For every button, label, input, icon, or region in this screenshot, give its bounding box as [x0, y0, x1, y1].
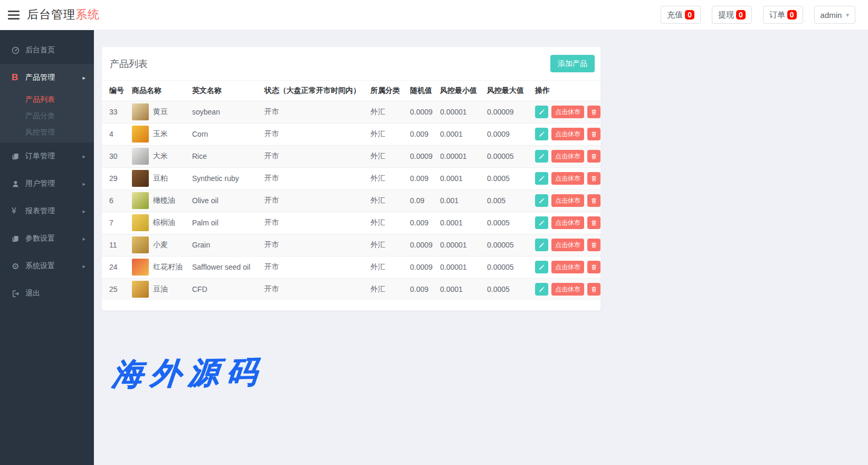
user-menu-button[interactable]: admin▾	[814, 6, 855, 24]
cell-category: 外汇	[363, 278, 403, 300]
delete-button[interactable]	[587, 194, 600, 207]
sidebar-item-products[interactable]: B产品管理▸	[0, 64, 94, 91]
cell-status: 开市	[257, 234, 363, 256]
cell-random: 0.0009	[403, 145, 433, 167]
cell-category: 外汇	[363, 234, 403, 256]
cell-risk-max: 0.0009	[480, 123, 528, 145]
product-image	[132, 103, 149, 120]
table-row: 6橄榄油Olive oil开市外汇0.090.0010.005点击休市	[102, 189, 600, 212]
sidebar: 后台首页B产品管理▸产品列表产品分类风控管理订单管理▸用户管理▸¥报表管理▸参数…	[0, 30, 94, 465]
sidebar-item-label: 后台首页	[25, 45, 85, 55]
cell-id: 25	[102, 278, 125, 300]
suspend-market-button[interactable]: 点击休市	[551, 150, 584, 163]
cell-risk-min: 0.0001	[433, 167, 480, 189]
sidebar-item-label: 产品管理	[25, 73, 82, 82]
suspend-market-button[interactable]: 点击休市	[551, 239, 584, 251]
edit-button[interactable]	[535, 283, 548, 296]
column-header: 商品名称	[125, 81, 185, 101]
delete-button[interactable]	[587, 261, 600, 273]
delete-button[interactable]	[587, 172, 600, 185]
cell-category: 外汇	[363, 167, 403, 189]
cell-risk-min: 0.0001	[433, 278, 480, 300]
cell-random: 0.009	[403, 123, 433, 145]
main-content: 产品列表 添加产品 编号商品名称英文名称状态（大盘正常开市时间内）所属分类随机值…	[94, 30, 868, 465]
cell-operations: 点击休市	[528, 234, 600, 256]
product-table: 编号商品名称英文名称状态（大盘正常开市时间内）所属分类随机值风控最小值风控最大值…	[102, 81, 600, 300]
sidebar-item-params[interactable]: 参数设置▸	[0, 225, 94, 252]
chevron-right-icon: ▸	[82, 263, 85, 270]
sidebar-item-label: 系统设置	[25, 261, 82, 271]
sidebar-submenu: 产品列表产品分类风控管理	[0, 91, 94, 143]
product-image	[132, 259, 149, 276]
cell-operations: 点击休市	[528, 212, 600, 234]
sidebar-subitem-risk-management[interactable]: 风控管理	[0, 124, 94, 140]
cell-risk-min: 0.00001	[433, 234, 480, 256]
topnav-withdraw-button[interactable]: 提现0	[712, 6, 752, 24]
edit-button[interactable]	[535, 194, 548, 207]
suspend-market-button[interactable]: 点击休市	[551, 172, 584, 185]
suspend-market-button[interactable]: 点击休市	[551, 283, 584, 296]
sidebar-item-system[interactable]: ⚙系统设置▸	[0, 252, 94, 280]
card-header: 产品列表 添加产品	[102, 47, 600, 81]
cell-product: 棕榈油	[125, 212, 185, 234]
cell-id: 33	[102, 101, 125, 123]
delete-button[interactable]	[587, 150, 600, 163]
product-name: 棕榈油	[153, 218, 175, 227]
cell-risk-min: 0.0001	[433, 123, 480, 145]
sidebar-item-orders[interactable]: 订单管理▸	[0, 143, 94, 170]
cell-operations: 点击休市	[528, 167, 600, 189]
cell-id: 6	[102, 189, 125, 212]
product-image	[132, 148, 149, 165]
sidebar-item-label: 订单管理	[25, 151, 82, 161]
edit-button[interactable]	[535, 150, 548, 163]
edit-button[interactable]	[535, 216, 548, 229]
delete-button[interactable]	[587, 283, 600, 296]
suspend-market-button[interactable]: 点击休市	[551, 128, 584, 140]
gear-icon: ⚙	[12, 261, 25, 271]
sidebar-subitem-product-category[interactable]: 产品分类	[0, 108, 94, 124]
topnav-orders-button[interactable]: 订单0	[763, 6, 803, 24]
edit-button[interactable]	[535, 261, 548, 273]
delete-button[interactable]	[587, 106, 600, 118]
delete-button[interactable]	[587, 128, 600, 140]
product-name: 黄豆	[153, 107, 168, 117]
cell-status: 开市	[257, 167, 363, 189]
cell-random: 0.0009	[403, 256, 433, 278]
cell-status: 开市	[257, 278, 363, 300]
suspend-market-button[interactable]: 点击休市	[551, 106, 584, 118]
cell-random: 0.009	[403, 167, 433, 189]
user-name: admin	[821, 11, 842, 20]
table-row: 24红花籽油Safflower seed oil开市外汇0.00090.0000…	[102, 256, 600, 278]
edit-button[interactable]	[535, 239, 548, 251]
cell-id: 29	[102, 167, 125, 189]
edit-button[interactable]	[535, 106, 548, 118]
cell-random: 0.0009	[403, 234, 433, 256]
table-row: 33黄豆soybean开市外汇0.00090.000010.00009点击休市	[102, 101, 600, 123]
topnav-recharge-button[interactable]: 充值0	[661, 6, 701, 24]
edit-button[interactable]	[535, 128, 548, 140]
sidebar-item-reports[interactable]: ¥报表管理▸	[0, 197, 94, 225]
cell-product: 豆油	[125, 278, 185, 300]
suspend-market-button[interactable]: 点击休市	[551, 261, 584, 273]
menu-toggle-icon[interactable]	[8, 8, 21, 22]
cell-status: 开市	[257, 256, 363, 278]
suspend-market-button[interactable]: 点击休市	[551, 194, 584, 207]
cell-en-name: soybean	[185, 101, 257, 123]
edit-button[interactable]	[535, 172, 548, 185]
delete-button[interactable]	[587, 239, 600, 251]
cell-status: 开市	[257, 189, 363, 212]
add-product-button[interactable]: 添加产品	[550, 55, 595, 72]
sidebar-subitem-product-list[interactable]: 产品列表	[0, 91, 94, 108]
cell-product: 玉米	[125, 123, 185, 145]
product-image	[132, 214, 149, 231]
sidebar-item-home[interactable]: 后台首页	[0, 36, 94, 64]
table-row: 25豆油CFD开市外汇0.0090.00010.0005点击休市	[102, 278, 600, 300]
cell-category: 外汇	[363, 145, 403, 167]
sidebar-group-products: B产品管理▸产品列表产品分类风控管理	[0, 64, 94, 143]
column-header: 英文名称	[185, 81, 257, 101]
brand-accent: 系统	[75, 8, 100, 21]
suspend-market-button[interactable]: 点击休市	[551, 216, 584, 229]
delete-button[interactable]	[587, 216, 600, 229]
sidebar-item-logout[interactable]: 退出	[0, 280, 94, 307]
sidebar-item-users[interactable]: 用户管理▸	[0, 170, 94, 197]
